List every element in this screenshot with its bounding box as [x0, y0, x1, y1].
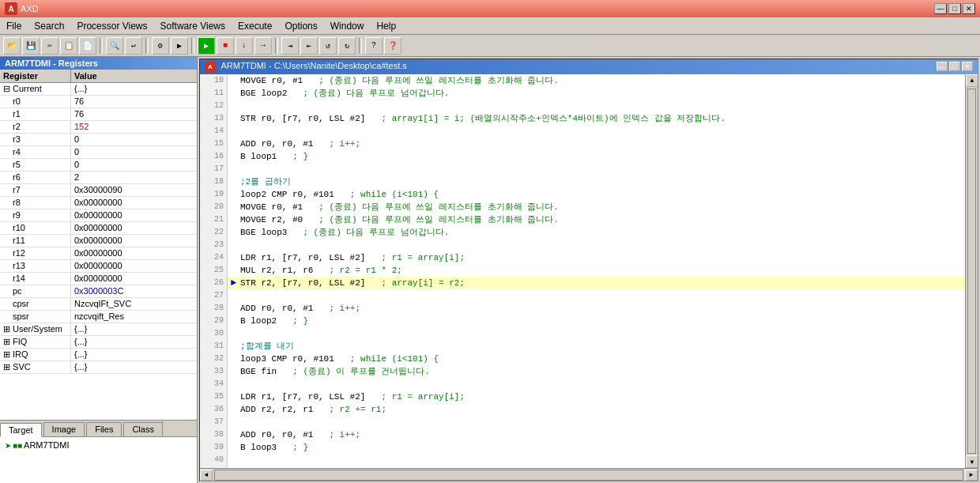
minimize-button[interactable]: — — [934, 3, 947, 14]
tab-target[interactable]: Target — [0, 423, 42, 437]
toolbar-btn-12[interactable]: ↺ — [319, 37, 337, 55]
vsb-thumb[interactable] — [967, 89, 976, 455]
register-row[interactable]: cpsrNzcvqIFt_SVC — [0, 298, 197, 311]
toolbar-btn-9[interactable]: ▶ — [171, 37, 188, 55]
register-scroll[interactable]: ⊟ Current{...}r076r176r2152r30r40r50r62r… — [0, 83, 197, 416]
toolbar-btn-14[interactable]: ? — [365, 37, 383, 55]
toolbar-btn-4[interactable]: 📋 — [60, 37, 77, 55]
register-row[interactable]: ⊞ SVC{...} — [0, 361, 197, 374]
toolbar-btn-10[interactable]: ⇥ — [281, 37, 299, 55]
toolbar-sep-2 — [145, 38, 149, 54]
hsb-right-btn[interactable]: ► — [965, 470, 978, 481]
toolbar-btn-next[interactable]: → — [254, 37, 272, 55]
toolbar-btn-step[interactable]: ↓ — [236, 37, 253, 55]
toolbar-btn-3[interactable]: ✂ — [41, 37, 58, 55]
code-area[interactable]: MOVGE r0, #1; (종료) 다음 루프에 쓰일 레지스터를 초기화해 … — [228, 74, 965, 469]
tree-item-arm7tdmi[interactable]: ➤ ■■ ARM7TDMI — [2, 439, 195, 451]
menu-item-search[interactable]: Search — [28, 17, 70, 34]
close-button[interactable]: ✕ — [963, 3, 975, 14]
toolbar-btn-15[interactable]: ❓ — [384, 37, 401, 55]
toolbar-btn-stop[interactable]: ■ — [217, 37, 234, 55]
code-line: LDR r1, [r7, r0, LSL #2]; r1 = array[i]; — [228, 391, 965, 403]
menu-item-help[interactable]: Help — [370, 17, 402, 34]
code-comment: ; r2 += r1; — [329, 403, 386, 416]
register-row[interactable]: r62 — [0, 172, 197, 184]
horizontal-scrollbar[interactable]: ◄ ► — [200, 468, 978, 481]
code-comment: ; i++; — [329, 428, 360, 441]
register-row[interactable]: r90x00000000 — [0, 209, 197, 222]
code-close-btn[interactable]: ✕ — [962, 62, 973, 71]
code-window-icon: A — [205, 62, 216, 73]
line-number: 33 — [200, 365, 227, 378]
code-instruction: LDR r1, [r7, r0, LSL #2] — [240, 391, 365, 403]
register-row[interactable]: r40 — [0, 146, 197, 159]
toolbar-btn-5[interactable]: 📄 — [79, 37, 96, 55]
tab-image[interactable]: Image — [43, 422, 85, 436]
register-row[interactable]: r80x00000000 — [0, 197, 197, 209]
code-win-btns: — □ ✕ — [937, 62, 973, 71]
toolbar-btn-11[interactable]: ⇤ — [300, 37, 318, 55]
code-line — [228, 163, 965, 175]
register-row[interactable]: r130x00000000 — [0, 260, 197, 273]
code-line: ADD r0, r0, #1; i++; — [228, 302, 965, 315]
toolbar-btn-8[interactable]: ⚙ — [152, 37, 169, 55]
code-instruction: loop2 CMP r0, #101 — [240, 188, 334, 201]
register-row[interactable]: r140x00000000 — [0, 273, 197, 285]
register-value: {...} — [71, 336, 197, 348]
register-row[interactable]: pc0x3000003C — [0, 285, 197, 298]
menu-item-processor-views[interactable]: Processor Views — [70, 17, 153, 34]
register-row[interactable]: r176 — [0, 108, 197, 121]
register-row[interactable]: ⊞ User/System{...} — [0, 323, 197, 336]
code-line: loop2 CMP r0, #101; while (i<101) { — [228, 188, 965, 201]
maximize-button[interactable]: □ — [948, 3, 961, 14]
code-instruction: LDR r1, [r7, r0, LSL #2] — [240, 251, 365, 264]
register-row[interactable]: r100x00000000 — [0, 222, 197, 235]
vsb-up-btn[interactable]: ▲ — [966, 74, 978, 87]
vsb-down-btn[interactable]: ▼ — [966, 455, 978, 468]
toolbar-btn-run[interactable]: ▶ — [198, 37, 215, 55]
register-row[interactable]: r076 — [0, 96, 197, 108]
toolbar-btn-6[interactable]: 🔍 — [106, 37, 123, 55]
menu-item-window[interactable]: Window — [324, 17, 371, 34]
register-row[interactable]: ⊟ Current{...} — [0, 83, 197, 96]
menu-item-file[interactable]: File — [0, 17, 28, 34]
code-line: ADD r2, r2, r1; r2 += r1; — [228, 403, 965, 416]
register-row[interactable]: r70x30000090 — [0, 184, 197, 197]
register-value: nzcvqift_Res — [71, 311, 197, 323]
code-comment: ; } — [292, 441, 308, 454]
bottom-panel: TargetImageFilesClass ➤ ■■ ARM7TDMI — [0, 420, 197, 483]
tab-files[interactable]: Files — [86, 422, 122, 436]
register-value: 152 — [71, 121, 197, 133]
toolbar-btn-7[interactable]: ↩ — [125, 37, 142, 55]
register-row[interactable]: r120x00000000 — [0, 247, 197, 260]
register-value: 0x00000000 — [71, 260, 197, 272]
hsb-thumb[interactable] — [214, 470, 963, 481]
toolbar-btn-1[interactable]: 📂 — [3, 37, 21, 55]
register-row[interactable]: r30 — [0, 134, 197, 146]
register-row[interactable]: r110x00000000 — [0, 235, 197, 247]
register-value: 0 — [71, 159, 197, 171]
register-panel-title: ARM7TDMI - Registers — [0, 57, 197, 70]
register-value: 0 — [71, 146, 197, 158]
register-row[interactable]: ⊞ IRQ{...} — [0, 349, 197, 361]
code-line: ;2를 곱하기 — [228, 175, 965, 188]
register-row[interactable]: spsrnzcvqift_Res — [0, 311, 197, 323]
vertical-scrollbar[interactable]: ▲ ▼ — [965, 74, 978, 469]
toolbar-btn-13[interactable]: ↻ — [338, 37, 356, 55]
code-maximize-btn[interactable]: □ — [949, 62, 960, 71]
tab-class[interactable]: Class — [123, 422, 163, 436]
toolbar-btn-2[interactable]: 💾 — [22, 37, 40, 55]
register-row[interactable]: r2152 — [0, 121, 197, 134]
code-comment: ; while (i<101) { — [350, 353, 439, 365]
menu-item-software-views[interactable]: Software Views — [154, 17, 232, 34]
hsb-left-btn[interactable]: ◄ — [200, 470, 213, 481]
register-row[interactable]: ⊞ FIQ{...} — [0, 336, 197, 349]
register-name: r2 — [0, 121, 71, 133]
menu-item-options[interactable]: Options — [278, 17, 323, 34]
line-number: 18 — [200, 175, 227, 188]
menu-item-execute[interactable]: Execute — [232, 17, 278, 34]
code-minimize-btn[interactable]: — — [937, 62, 948, 71]
window-controls: — □ ✕ — [934, 3, 975, 14]
register-row[interactable]: r50 — [0, 159, 197, 172]
code-instruction: ADD r0, r0, #1 — [240, 302, 313, 315]
